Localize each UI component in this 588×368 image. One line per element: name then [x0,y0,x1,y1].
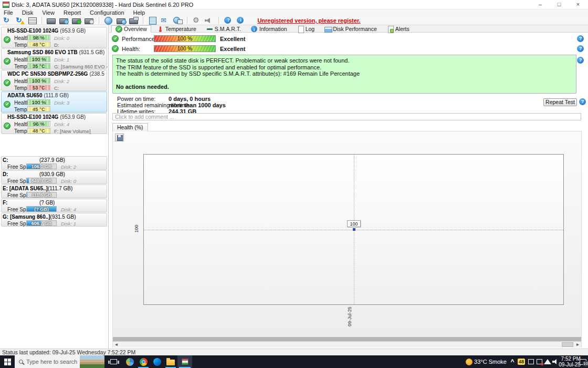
disk-size: (953.9 GB) [60,28,86,34]
disk-number-label: Disk: 4 [61,207,76,212]
settings-gear-icon[interactable] [191,16,202,25]
comment-input[interactable] [112,113,581,120]
taskbar-search[interactable]: Type here to search [15,355,104,368]
tab-overview[interactable]: Overview [111,25,151,33]
tab-log[interactable]: Log [293,25,319,33]
partition-item-f[interactable]: F:(? GB) Free Space (? GB) Disk: 4 [1,199,107,212]
health-help-icon[interactable] [577,45,584,52]
disk-ok-icon [4,36,10,43]
tab-temperature[interactable]: Temperature [153,25,201,33]
hard-disk-sentinel-taskbar-button[interactable] [177,355,192,368]
partition-name: C: [3,157,39,163]
partition-item-g[interactable]: G: [Samsung 860..](931.5 GB) Free Space … [1,213,107,227]
disk-clock-icon[interactable] [58,16,69,25]
action-center-button[interactable]: 10 [578,355,588,368]
disk-item-3-selected[interactable]: ADATA SU650(111.8 GB) Health: 100 % Disk… [1,91,107,113]
start-button[interactable] [0,355,15,368]
help-icon[interactable] [223,16,234,25]
chrome-taskbar-button[interactable] [136,355,150,368]
scrollbar-thumb[interactable] [562,342,573,347]
network-button[interactable] [543,355,552,368]
information-icon[interactable] [235,16,246,25]
weather-widget[interactable] [464,355,474,368]
free-space-bar: 111.6 GB [26,192,57,198]
tray-app-2[interactable] [535,355,543,368]
temp-bar: 53 °C [27,85,50,90]
tab-alerts[interactable]: Alerts [383,25,414,33]
disk-item-1[interactable]: Samsung SSD 860 EVO 1TB(931.5 GB) Health… [1,48,107,69]
temp-bar: 48 °C [27,42,50,47]
close-button[interactable]: × [570,0,586,9]
repeat-test-help-icon[interactable] [579,98,586,105]
window-title: Disk: 3, ADATA SU650 [2K1920089338] - Ha… [12,2,193,8]
health-bar: 100 % [27,56,50,62]
disk-ok-icon [4,79,10,86]
refresh-alert-icon[interactable] [14,16,25,25]
disk-icon[interactable] [46,16,57,25]
disk-network-icon[interactable] [116,16,127,25]
news-taskbar-button[interactable] [123,355,136,368]
tray-expand-button[interactable]: ^ [508,355,517,368]
partition-item-e[interactable]: E: [ADATA SU65..](111.7 GB) Free Space 1… [1,185,107,198]
data-point-label: 100 [347,220,361,227]
send-email-icon[interactable] [160,16,171,25]
performance-help-icon[interactable] [577,35,584,42]
disk-search-icon[interactable] [83,16,94,25]
toolbar-separator [41,17,42,24]
tray-app-1[interactable] [527,355,535,368]
health-bar: 96 % [27,121,50,127]
file-explorer-icon [166,360,175,365]
register-link[interactable]: Unregistered version, please register. [257,16,360,25]
tray-cpu-temp[interactable]: 48 [517,355,526,368]
check-icon [116,26,122,33]
tray-window-icon [528,359,534,364]
wifi-icon [544,359,551,364]
task-view-button[interactable] [106,355,121,368]
tab-smart[interactable]: S.M.A.R.T. [202,25,245,33]
file-explorer-taskbar-button[interactable] [164,355,177,368]
chart-tab-health[interactable]: Health (%) [112,123,148,131]
scroll-right-arrow[interactable]: ► [574,342,581,347]
menu-configuration[interactable]: Configuration [86,9,128,16]
free-space-bar: (? GB) [26,206,57,212]
scroll-left-arrow[interactable]: ◄ [113,342,120,347]
disk-item-0[interactable]: HS-SSD-E100 1024G(953.9 GB) Health: 98 %… [1,27,107,48]
report-icon[interactable] [147,16,158,25]
disk-number-label: Disk: 2 [61,164,76,170]
health-bar: 100 % [27,99,50,105]
tab-disk-performance[interactable]: Disk Performance [320,25,381,33]
minimize-button[interactable]: – [532,0,548,9]
disk-ok-icon[interactable] [71,16,82,25]
partition-item-d[interactable]: D:(930.9 GB) Free Space 849.3 GB Disk: 0 [1,170,107,184]
disk-surface-test-icon[interactable] [27,16,38,25]
task-view-icon [110,359,117,364]
search-icon [19,360,23,364]
maximize-button[interactable]: □ [551,0,567,9]
chrome-icon [140,358,148,366]
partition-name: E: [ADATA SU65..] [3,186,48,191]
disk-drives-label: F: [New Volume] [54,128,91,134]
refresh-icon[interactable] [2,16,13,25]
network-globe-icon[interactable] [103,16,114,25]
partition-item-c[interactable]: C:(237.9 GB) Free Space 106.0 GB Disk: 2 [1,156,107,170]
y-axis-tick-100: 100 [134,222,139,235]
save-chart-icon[interactable] [115,134,124,141]
search-daily-image[interactable] [80,355,104,368]
performance-chart-icon [324,26,331,33]
menu-view[interactable]: View [38,9,58,16]
status-help-icon[interactable] [577,57,584,64]
disk-item-4[interactable]: HS-SSD-E100 1024G(953.9 GB) Health: 96 %… [1,113,107,134]
web-report-icon[interactable] [172,16,183,25]
sound-icon[interactable] [204,16,215,25]
disk-print-icon[interactable] [128,16,139,25]
toolbar-separator [187,17,187,24]
disk-item-2[interactable]: WDC PC SN530 SDBPMPZ-256G(238.5 GB) Heal… [1,70,107,91]
tab-information[interactable]: Information [247,25,291,33]
repeat-test-button[interactable]: Repeat Test [543,98,577,106]
chart-horizontal-scrollbar[interactable]: ◄ ► [113,341,581,347]
menu-help[interactable]: Help [130,9,149,16]
menu-report[interactable]: Report [60,9,85,16]
weather-text[interactable]: 33°C Smoke [474,355,507,368]
edge-taskbar-button[interactable] [150,355,164,368]
disk-name: HS-SSD-E100 1024G [7,28,58,34]
